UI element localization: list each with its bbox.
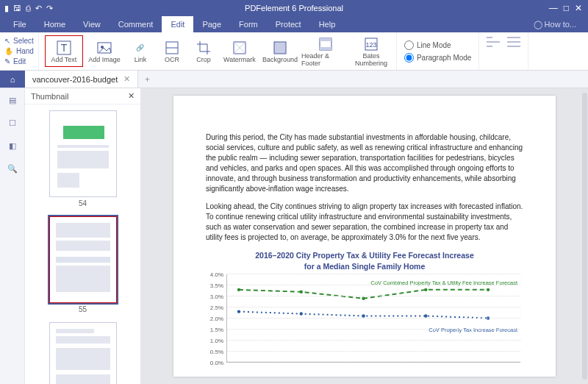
hand-icon: ✋: [4, 47, 13, 55]
menu-view[interactable]: View: [74, 16, 110, 32]
app-logo-icon: ▮: [4, 4, 9, 13]
ribbon-quick-tools: ↖Select ✋Hand ✎Edit: [0, 32, 39, 70]
header-footer-button[interactable]: Header & Footer: [301, 35, 350, 67]
watermark-icon: [232, 40, 248, 56]
pencil-icon: ✎: [4, 57, 10, 65]
svg-point-15: [424, 288, 427, 291]
menu-form[interactable]: Form: [230, 16, 267, 32]
align-icon-1[interactable]: [485, 35, 501, 67]
add-tab-button[interactable]: ＋: [138, 71, 156, 88]
menu-comment[interactable]: Comment: [110, 16, 162, 32]
scrollbar[interactable]: [582, 93, 587, 380]
window-title: PDFelement 6 Professional: [245, 4, 343, 13]
save-icon[interactable]: 🖫: [13, 4, 21, 13]
svg-point-12: [237, 288, 240, 291]
edit-tool[interactable]: ✎Edit: [4, 57, 34, 65]
work-area: ▤ ☐ ◧ 🔍 Thumbnail ✕ 54: [0, 88, 588, 384]
header-footer-icon: [318, 36, 334, 52]
document-tab-label: vancouver-2016-budget: [32, 75, 118, 84]
title-bar: ▮ 🖫 ⎙ ↶ ↷ PDFelement 6 Professional — □ …: [0, 0, 588, 16]
image-icon: [96, 40, 112, 56]
menu-edit[interactable]: Edit: [162, 16, 193, 32]
home-icon[interactable]: ⌂: [0, 71, 25, 88]
attachment-icon[interactable]: ◧: [9, 141, 16, 151]
select-tool[interactable]: ↖Select: [4, 37, 34, 45]
bates-icon: 123: [363, 36, 379, 52]
document-tab-bar: ⌂ vancouver-2016-budget ✕ ＋: [0, 71, 588, 88]
svg-point-17: [237, 310, 240, 313]
chart: 0.0%0.5%1.0%1.5%2.0%2.5%3.0%3.5%4.0% CoV…: [226, 274, 520, 363]
menu-bar: File Home View Comment Edit Page Form Pr…: [0, 16, 588, 32]
thumbnails-icon[interactable]: ▤: [9, 96, 16, 105]
thumbnail-item[interactable]: 56: [25, 322, 140, 384]
chart-legend-combined: CoV Combined Property Tax & Utility Fee …: [370, 280, 517, 287]
background-button[interactable]: Background: [261, 35, 299, 67]
link-button[interactable]: 🔗Link: [126, 35, 155, 67]
minimize-button[interactable]: —: [549, 3, 558, 13]
add-image-button[interactable]: Add Image: [85, 35, 123, 67]
paragraph: During this period, the City has made su…: [206, 132, 523, 194]
crop-icon: [196, 40, 212, 56]
svg-text:123: 123: [365, 41, 376, 49]
thumbnail-list[interactable]: 54 55 56: [25, 104, 140, 384]
crop-button[interactable]: Crop: [189, 35, 218, 67]
document-tab[interactable]: vancouver-2016-budget ✕: [25, 71, 138, 88]
undo-icon[interactable]: ↶: [35, 4, 42, 13]
add-text-button[interactable]: TAdd Text: [45, 35, 83, 67]
link-icon: 🔗: [132, 40, 148, 56]
svg-point-16: [487, 288, 490, 291]
bates-button[interactable]: 123Bates Numbering: [352, 35, 390, 67]
line-mode-radio[interactable]: Line Mode: [404, 40, 472, 50]
svg-rect-9: [320, 47, 331, 50]
thumbnail-panel: Thumbnail ✕ 54 55: [25, 88, 141, 384]
menu-help[interactable]: Help: [310, 16, 345, 32]
svg-point-18: [300, 313, 303, 316]
chart-title: 2016–2020 City Property Tax & Utility Fe…: [206, 250, 523, 271]
paragraph: Looking ahead, the City continues strivi…: [206, 202, 523, 243]
close-panel-icon[interactable]: ✕: [128, 91, 135, 101]
redo-icon[interactable]: ↷: [46, 4, 53, 13]
close-tab-icon[interactable]: ✕: [123, 74, 130, 84]
maximize-button[interactable]: □: [564, 3, 569, 13]
bookmark-icon[interactable]: ☐: [9, 118, 16, 128]
cursor-icon: ↖: [4, 37, 10, 45]
svg-point-14: [362, 297, 365, 300]
background-icon: [272, 40, 288, 56]
svg-point-13: [300, 291, 303, 294]
search-icon[interactable]: 🔍: [7, 164, 18, 174]
svg-text:T: T: [61, 42, 68, 54]
paragraph-mode-radio[interactable]: Paragraph Mode: [404, 53, 472, 63]
close-button[interactable]: ✕: [575, 3, 582, 13]
thumbnail-item[interactable]: 55: [25, 216, 140, 313]
watermark-button[interactable]: Watermark: [220, 35, 259, 67]
page-content: During this period, the City has made su…: [173, 96, 556, 377]
menu-file[interactable]: File: [4, 16, 35, 32]
svg-rect-8: [320, 38, 331, 41]
hand-tool[interactable]: ✋Hand: [4, 47, 34, 55]
document-viewport[interactable]: During this period, the City has made su…: [141, 88, 588, 384]
print-icon[interactable]: ⎙: [26, 4, 31, 13]
how-to-link[interactable]: ◯ How to...: [534, 16, 588, 32]
edit-mode-group: Line Mode Paragraph Mode: [397, 32, 480, 70]
align-icon-2[interactable]: [506, 35, 522, 67]
thumbnail-panel-title: Thumbnail: [31, 92, 68, 101]
ocr-icon: [164, 40, 180, 56]
thumbnail-item[interactable]: 54: [25, 110, 140, 207]
lightbulb-icon: ◯: [534, 20, 542, 29]
menu-protect[interactable]: Protect: [267, 16, 310, 32]
ocr-button[interactable]: OCR: [157, 35, 187, 67]
ribbon: ↖Select ✋Hand ✎Edit TAdd Text Add Image …: [0, 32, 588, 71]
thumbnail-page-number: 55: [79, 305, 87, 313]
add-text-icon: T: [56, 40, 72, 56]
menu-home[interactable]: Home: [35, 16, 74, 32]
svg-rect-6: [274, 42, 286, 54]
left-rail: ▤ ☐ ◧ 🔍: [0, 88, 25, 384]
thumbnail-page-number: 54: [79, 199, 87, 207]
menu-page[interactable]: Page: [193, 16, 230, 32]
